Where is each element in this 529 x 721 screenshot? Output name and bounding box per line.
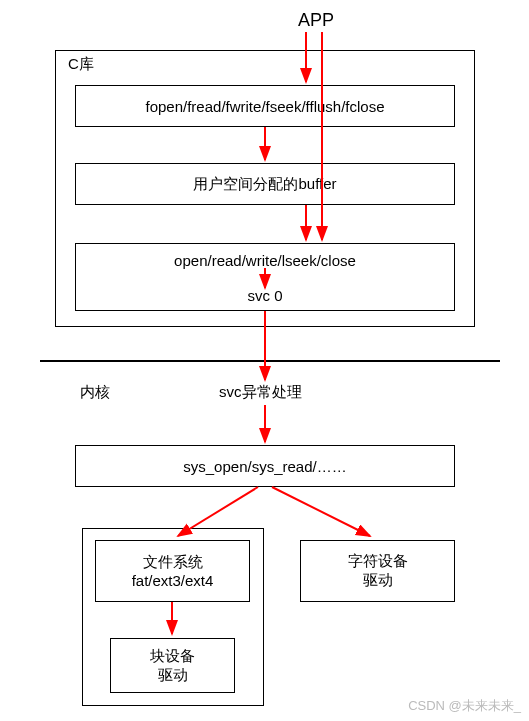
clib-box-stdio-text: fopen/fread/fwrite/fseek/fflush/fclose (145, 98, 384, 115)
svc-handler-label: svc异常处理 (219, 383, 302, 402)
chardev-box: 字符设备 驱动 (300, 540, 455, 602)
fs-block-container (82, 528, 264, 706)
chardev-line2: 驱动 (363, 571, 393, 590)
clib-box-buffer: 用户空间分配的buffer (75, 163, 455, 205)
clib-box-buffer-text: 用户空间分配的buffer (193, 175, 336, 194)
app-label: APP (298, 10, 334, 31)
arrow-syscalls-to-chardev (272, 487, 370, 536)
chardev-line1: 字符设备 (348, 552, 408, 571)
kernel-title: 内核 (80, 383, 110, 402)
clib-title: C库 (68, 55, 94, 74)
user-kernel-boundary (40, 360, 500, 362)
clib-box-syscall-wrappers: open/read/write/lseek/close svc 0 (75, 243, 455, 311)
clib-box-stdio: fopen/fread/fwrite/fseek/fflush/fclose (75, 85, 455, 127)
syscalls-text: sys_open/sys_read/…… (183, 458, 346, 475)
clib-box-syscall-text: open/read/write/lseek/close (174, 252, 356, 269)
clib-box-svc0-text: svc 0 (247, 287, 282, 304)
watermark: CSDN @未来未来_ (408, 697, 521, 715)
syscalls-box: sys_open/sys_read/…… (75, 445, 455, 487)
